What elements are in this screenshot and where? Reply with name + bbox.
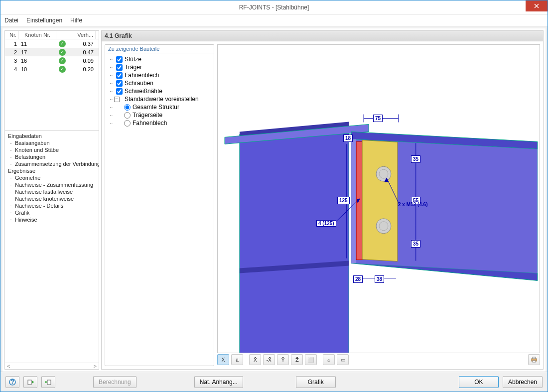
- app-window: RF-JOINTS - [Stahlbühne] Datei Einstellu…: [0, 0, 548, 392]
- right-panel: 4.1 Grafik Zu zeigende Bauteile Stütze T…: [101, 30, 544, 370]
- view-tool-y[interactable]: Ȳ: [277, 354, 289, 365]
- option-radio[interactable]: Trägerseite: [107, 111, 212, 119]
- checkbox[interactable]: [116, 80, 123, 87]
- help-button[interactable]: ?: [5, 376, 19, 388]
- option-check[interactable]: Schrauben: [107, 79, 212, 87]
- options-title: Zu zeigende Bauteile: [105, 45, 214, 53]
- presets-group[interactable]: −Standardwerte voreinstellen: [107, 95, 212, 103]
- ok-button[interactable]: OK: [459, 376, 499, 388]
- menu-settings[interactable]: Einstellungen: [26, 17, 62, 24]
- tree-item[interactable]: Zusammensetzung der Verbindung: [6, 160, 98, 167]
- import-button[interactable]: [23, 376, 37, 388]
- tree-item[interactable]: Nachweise lastfallweise: [6, 188, 98, 195]
- 3d-viewport[interactable]: 75 18 125 35 55 35 28 38 4 (125) 2 x M12…: [217, 44, 540, 353]
- section-title: 4.1 Grafik: [102, 31, 543, 41]
- content-area: Nr. Knoten Nr. Verh... 1 11 ✓ 0.37 2 17: [0, 26, 548, 372]
- tree-item[interactable]: Grafik: [6, 209, 98, 216]
- menu-file[interactable]: Datei: [4, 17, 18, 24]
- view-tool-dimension[interactable]: a: [231, 354, 243, 365]
- view-tool-iso[interactable]: ⬜: [305, 354, 317, 365]
- table-row[interactable]: 3 16 ✓ 0.09: [5, 56, 99, 65]
- import-icon: [27, 379, 34, 386]
- check-icon: ✓: [59, 57, 66, 64]
- option-check[interactable]: Schweißnähte: [107, 87, 212, 95]
- bottom-bar: ? Berechnung Nat. Anhang... Grafik OK Ab…: [0, 372, 548, 392]
- dim-18: 18: [343, 134, 353, 142]
- tree-section-results[interactable]: Ergebnisse: [6, 167, 98, 174]
- dim-75: 75: [373, 115, 383, 122]
- nav-tree: Eingabedaten Basisangaben Knoten und Stä…: [5, 131, 99, 363]
- close-button[interactable]: [526, 0, 548, 11]
- view-tool-z[interactable]: Z̄: [291, 354, 303, 365]
- radio[interactable]: [124, 120, 131, 127]
- printer-icon: [531, 356, 538, 363]
- checkbox[interactable]: [116, 88, 123, 95]
- option-check[interactable]: Träger: [107, 63, 212, 71]
- option-check[interactable]: Stütze: [107, 55, 212, 63]
- view-toolbar: X a X̄ -X̄ Ȳ Z̄ ⬜ ⌕ ▭: [217, 353, 540, 366]
- export-button[interactable]: [41, 376, 55, 388]
- dim-125: 125: [337, 197, 350, 204]
- tree-item[interactable]: Nachweise knotenweise: [6, 195, 98, 202]
- checkbox[interactable]: [116, 72, 123, 79]
- plate-thickness-label: 4 (125): [316, 220, 336, 227]
- svg-rect-28: [533, 357, 536, 359]
- scroll-left-icon[interactable]: <: [5, 363, 12, 369]
- th-nr[interactable]: Nr.: [5, 31, 19, 39]
- check-icon: ✓: [59, 40, 66, 47]
- display-options-box: Zu zeigende Bauteile Stütze Träger Fahne…: [105, 44, 214, 366]
- tree-item[interactable]: Knoten und Stäbe: [6, 146, 98, 153]
- collapse-icon[interactable]: −: [114, 97, 120, 102]
- th-verh[interactable]: Verh...: [68, 31, 96, 39]
- option-radio[interactable]: Fahnenblech: [107, 119, 212, 127]
- radio[interactable]: [124, 112, 131, 119]
- calc-button[interactable]: Berechnung: [93, 376, 137, 388]
- table-body: 1 11 ✓ 0.37 2 17 ✓ 0.47 3 16 ✓: [5, 39, 99, 73]
- table-row[interactable]: 1 11 ✓ 0.37: [5, 39, 99, 48]
- view-tool-plusx[interactable]: X̄: [249, 354, 261, 365]
- checkbox[interactable]: [116, 64, 123, 71]
- tree-section-input[interactable]: Eingabedaten: [6, 132, 98, 139]
- check-icon: ✓: [59, 49, 66, 56]
- table-row[interactable]: 2 17 ✓ 0.47: [5, 48, 99, 56]
- tree-item[interactable]: Nachweise - Details: [6, 202, 98, 209]
- close-icon: [534, 3, 539, 8]
- svg-rect-29: [533, 361, 536, 362]
- help-icon: ?: [9, 379, 16, 386]
- dim-28: 28: [353, 275, 363, 283]
- svg-point-10: [376, 166, 391, 181]
- tree-item[interactable]: Nachweise - Zusammenfassung: [6, 181, 98, 188]
- dim-35: 35: [411, 240, 420, 248]
- svg-rect-32: [28, 380, 31, 385]
- grafik-button[interactable]: Grafik: [296, 376, 336, 388]
- tree-item[interactable]: Belastungen: [6, 153, 98, 160]
- view-tool-x[interactable]: X: [217, 354, 229, 365]
- bolt-spec-label: 2 x M12 (4.6): [398, 202, 427, 207]
- print-button[interactable]: [528, 354, 540, 365]
- dim-35: 35: [411, 155, 420, 163]
- th-status: [56, 31, 68, 39]
- options-list: Stütze Träger Fahnenblech Schrauben Schw…: [105, 53, 214, 129]
- checkbox[interactable]: [116, 56, 123, 63]
- dim-38: 38: [375, 275, 384, 283]
- national-annex-button[interactable]: Nat. Anhang...: [194, 376, 243, 388]
- node-table: Nr. Knoten Nr. Verh... 1 11 ✓ 0.37 2 17: [5, 31, 99, 131]
- svg-rect-33: [47, 380, 51, 385]
- tree-item[interactable]: Geometrie: [6, 174, 98, 181]
- table-row[interactable]: 4 10 ✓ 0.20: [5, 65, 99, 73]
- radio[interactable]: [124, 104, 131, 111]
- menu-help[interactable]: Hilfe: [70, 17, 82, 24]
- view-tool-minusx[interactable]: -X̄: [263, 354, 275, 365]
- tree-item[interactable]: Hinweise: [6, 216, 98, 223]
- view-tool-zoom[interactable]: ⌕: [323, 354, 335, 365]
- viewport-wrap: 75 18 125 35 55 35 28 38 4 (125) 2 x M12…: [217, 44, 540, 366]
- scroll-right-icon[interactable]: >: [92, 363, 99, 369]
- option-check[interactable]: Fahnenblech: [107, 71, 212, 79]
- th-knoten[interactable]: Knoten Nr.: [19, 31, 56, 39]
- view-tool-windows[interactable]: ▭: [337, 354, 349, 365]
- h-scrollbar[interactable]: < >: [5, 363, 99, 369]
- cancel-button[interactable]: Abbrechen: [503, 376, 543, 388]
- option-radio[interactable]: Gesamte Struktur: [107, 103, 212, 111]
- tree-item[interactable]: Basisangaben: [6, 139, 98, 146]
- joint-rendering: [218, 45, 540, 353]
